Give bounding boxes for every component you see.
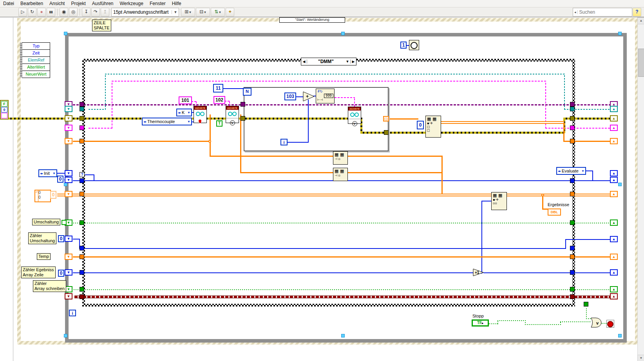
shift-register-left[interactable]: ▼ — [65, 293, 72, 299]
selection-handle[interactable] — [64, 183, 67, 186]
boolean-constant-true[interactable]: T — [216, 120, 223, 127]
shift-register-right[interactable]: ▲ — [610, 220, 618, 226]
menu-ausfuehren[interactable]: Ausführen — [89, 0, 117, 7]
stopp-boolean-terminal[interactable]: TF▸ — [472, 319, 489, 327]
add-function[interactable]: + — [302, 91, 315, 102]
shift-register-right[interactable]: ▲ — [610, 254, 618, 260]
while-loop-conditional-terminal[interactable] — [606, 320, 614, 328]
shift-register-right[interactable]: ▲ — [610, 138, 618, 144]
wait-ms-function[interactable] — [409, 40, 419, 50]
step-out-button[interactable]: ↥ — [101, 8, 109, 16]
selection-handle[interactable] — [618, 334, 622, 337]
index-array-function[interactable]: ▦ ▦⊣ ▫ — [333, 151, 348, 165]
align-objects-button[interactable]: ⊞▼ — [181, 8, 195, 16]
shift-register-right[interactable]: ▲ — [610, 125, 618, 131]
scroll-down-button[interactable]: ▼ — [637, 355, 644, 361]
string-constant-102[interactable]: 102 — [213, 96, 225, 104]
label-zaehler-umschaltung[interactable]: Zähler Umschaltung — [28, 232, 56, 244]
search-input[interactable] — [578, 9, 642, 15]
shift-register-left[interactable]: ▼ — [65, 138, 72, 144]
step-into-button[interactable]: ↧ — [82, 8, 90, 16]
menu-werkzeuge[interactable]: Werkzeuge — [116, 0, 146, 7]
shift-register-left[interactable]: ▼ — [65, 269, 72, 276]
menu-ansicht[interactable]: Ansicht — [46, 0, 68, 7]
shift-register-right[interactable]: ▲ — [610, 106, 618, 112]
selection-handle[interactable] — [64, 334, 67, 337]
case-dropdown-icon[interactable]: ▼ — [345, 60, 350, 63]
event-field-neuerwert[interactable]: NeuerWert — [22, 71, 50, 78]
font-selector[interactable]: 15pt Anwendungsschriftart ▼ — [111, 8, 179, 16]
search-scope-icon[interactable]: ◂ — [573, 10, 578, 14]
shift-register-left[interactable]: ▼ — [65, 236, 72, 242]
shift-register-left[interactable]: ▼ — [65, 170, 72, 176]
free-label-zeile-spalte[interactable]: ZEILE SPALTE — [92, 20, 111, 31]
string-constant-101[interactable]: 101 — [179, 96, 192, 104]
context-help-button[interactable]: ? — [633, 8, 641, 16]
or-function[interactable]: v — [590, 317, 602, 328]
label-zaehler-array[interactable]: Zähler Array schreiben — [33, 280, 66, 292]
scrollbar-thumb[interactable] — [638, 49, 644, 77]
distribute-objects-button[interactable]: ⊟▼ — [196, 8, 210, 16]
vi-icon-ag34970-config-thermocouple[interactable]: AG34970 — [194, 106, 207, 123]
menu-hilfe[interactable]: Hilfe — [169, 0, 185, 7]
retain-wire-values-button[interactable]: ◎ — [69, 8, 78, 16]
label-zaehler-egebniss[interactable]: Zähler Egebniss Array Zeile — [21, 267, 56, 278]
selection-handle[interactable] — [618, 183, 622, 186]
error-cluster-constant[interactable]: F 0 — [0, 100, 9, 120]
case-next-arrow[interactable]: ▶ — [350, 60, 356, 63]
numeric-constant-0[interactable]: 0 — [58, 270, 64, 277]
menu-bearbeiten[interactable]: Bearbeiten — [17, 0, 46, 7]
shift-register-right[interactable]: ▲ — [610, 236, 618, 242]
ergebnisse-indicator-terminal[interactable]: DBL — [548, 209, 561, 216]
shift-register-right[interactable]: ▲ — [610, 293, 618, 299]
step-over-button[interactable]: ↷ — [91, 8, 100, 16]
shift-register-left[interactable]: ▼ — [65, 125, 72, 131]
menu-fenster[interactable]: Fenster — [147, 0, 169, 7]
reorder-objects-button[interactable]: ✦ — [226, 8, 234, 16]
index-array-function[interactable]: ▦ ▦⊣ ▫ — [333, 168, 348, 181]
shift-register-left[interactable]: ▼ — [65, 254, 72, 260]
replace-array-subset-function[interactable]: ▦ ▦ ▪·✛ ▫▫ — [491, 192, 507, 210]
shift-register-left[interactable]: ▼ — [65, 115, 72, 122]
selection-handle[interactable] — [64, 32, 67, 35]
menu-projekt[interactable]: Projekt — [68, 0, 89, 7]
enum-constant-evaluate[interactable]: ◂▸ Evaluate ▼ — [556, 167, 586, 175]
numeric-constant-103[interactable]: 103 — [284, 93, 296, 100]
selection-handle[interactable] — [341, 32, 345, 35]
shift-register-right[interactable]: ▲ — [610, 191, 618, 197]
enum-constant-init[interactable]: ◂▸ Init ▼ — [38, 169, 57, 177]
event-field-alterwert[interactable]: AlterWert — [22, 64, 50, 71]
search-box[interactable]: ◂ — [573, 8, 632, 16]
shift-register-left[interactable]: ▼ — [65, 191, 72, 197]
array-constant[interactable]: 0 0 ▴▾ — [34, 190, 51, 202]
case-prev-arrow[interactable]: ◀ — [301, 60, 307, 63]
event-field-elemref[interactable]: ElemRef — [22, 57, 50, 64]
numeric-constant-0[interactable]: 0 — [58, 235, 64, 242]
label-umschaltung[interactable]: Umschaltung — [32, 219, 60, 225]
case-selector-label[interactable]: "DMM" — [307, 59, 345, 64]
pause-button[interactable]: ▮▮ — [47, 8, 55, 16]
vi-icon-ag34970-config-dcv[interactable]: AG34970 V — [226, 106, 239, 123]
numeric-constant-0-dimmed[interactable]: 0 — [50, 191, 56, 199]
menu-datei[interactable]: Datei — [0, 0, 17, 7]
event-field-zeit[interactable]: Zeit — [22, 50, 50, 57]
increment-function[interactable]: +1 — [472, 268, 484, 277]
highlight-execution-button[interactable]: ◉ — [60, 8, 68, 16]
vi-icon-ag34970-read[interactable]: AG34970 V — [348, 107, 361, 124]
numeric-constant-0[interactable]: 0 — [57, 176, 63, 183]
selection-handle[interactable] — [341, 334, 345, 337]
run-continuous-button[interactable]: ↻ — [28, 8, 36, 16]
shift-register-right[interactable]: ▲ — [610, 177, 618, 183]
shift-register-right[interactable]: ▲ — [610, 269, 618, 276]
shift-register-left[interactable]: ▼ — [65, 106, 72, 112]
abort-button[interactable]: ● — [37, 8, 46, 16]
enum-constant-k[interactable]: ◂▸ K ▼ — [176, 109, 192, 116]
resize-objects-button[interactable]: ⇅▼ — [211, 8, 225, 16]
run-button[interactable]: ▷ — [18, 8, 27, 16]
enum-constant-thermocouple[interactable]: ◂▸ Thermocouple ▼ — [142, 118, 192, 125]
replace-array-subset-function[interactable]: ▦ ▦ ▪·✛ □□ — [425, 116, 441, 138]
shift-register-right[interactable]: ▲ — [610, 170, 618, 176]
boolean-constant-false[interactable] — [62, 220, 67, 225]
numeric-constant-1[interactable]: 1 — [400, 42, 407, 49]
selection-handle[interactable] — [618, 32, 622, 35]
